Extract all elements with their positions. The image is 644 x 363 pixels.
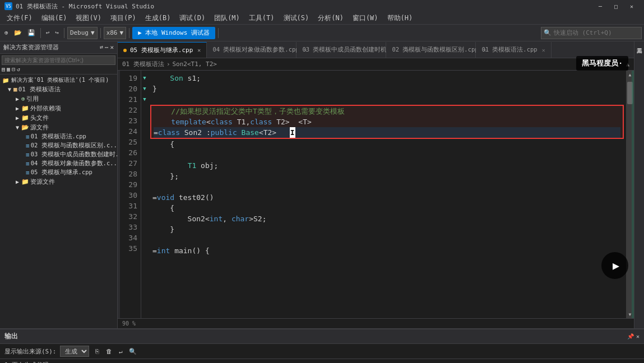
code-line-35: =int main() {	[152, 245, 622, 256]
toolbar-sep5	[218, 28, 219, 38]
tree-external-deps[interactable]: ▶ 📁 外部依赖项	[0, 104, 117, 113]
file-02-label: 02 类模板与函数模板区别.c...	[31, 142, 117, 150]
cpp-icon-04: ≡	[26, 160, 30, 167]
tree-file-03[interactable]: ≡ 03 类模板中成员函数数创建时...	[0, 150, 117, 159]
tree-file-02[interactable]: ≡ 02 类模板与函数模板区别.c...	[0, 141, 117, 150]
code-line-34	[152, 235, 622, 245]
tree-sources[interactable]: ▼ 📂 源文件	[0, 123, 117, 132]
output-copy-icon[interactable]: ⎘	[92, 346, 103, 356]
output-title: 输出	[4, 332, 18, 341]
menu-team[interactable]: 团队(M)	[210, 12, 244, 24]
run-button[interactable]: ▶ 本地 Windows 调试器	[132, 27, 215, 39]
tree-refresh-icon[interactable]: ↺	[17, 66, 20, 72]
linenum-35: 35	[120, 243, 137, 254]
code-line-23: template<class T1,class T2> <T>	[154, 117, 620, 127]
tree-file-01[interactable]: ≡ 01 类模板语法.cpp	[0, 132, 117, 141]
menu-project[interactable]: 项目(P)	[106, 12, 141, 24]
menu-help[interactable]: 帮助(H)	[383, 12, 418, 24]
toolbar-undo[interactable]: ↩	[44, 27, 52, 39]
sidebar-tree: 📁 解决方案'01 类模板语法'(1 个项目) ▼ ■ 01 类模板语法 ▶ ⊕…	[0, 75, 117, 328]
tab-05-close[interactable]: ✕	[197, 47, 201, 53]
file-01-label: 01 类模板语法.cpp	[31, 133, 86, 141]
tree-collapse-icon[interactable]: ▤	[2, 66, 5, 72]
debug-config-dropdown[interactable]: Debug ▼	[67, 27, 98, 39]
menu-edit[interactable]: 编辑(E)	[37, 12, 72, 24]
tab-05[interactable]: 05 类模板与继承.cpp ✕	[118, 42, 207, 58]
quick-search-box[interactable]: 🔍 快速启动 (Ctrl+Q)	[541, 27, 642, 39]
tab-02[interactable]: 02 类模板与函数模板区别.cpp ✕	[386, 42, 476, 58]
tree-expand-icon[interactable]: ▦	[7, 66, 10, 72]
menu-view[interactable]: 视图(V)	[71, 12, 106, 24]
output-line-1: 1>正在生成代码...	[4, 360, 640, 363]
header-label: 头文件	[30, 114, 49, 122]
window-title: 01 类模板语法 - Microsoft Visual Studio	[16, 2, 154, 11]
res-label: 资源文件	[30, 178, 55, 186]
tab-02-close[interactable]: ✕	[483, 47, 487, 53]
res-expand-icon: ▶	[16, 179, 19, 185]
sidebar-sync-icon[interactable]: ⇄	[100, 44, 103, 51]
menu-window[interactable]: 窗口(W)	[348, 12, 383, 24]
toolbar-sep3	[100, 28, 101, 38]
sidebar-search-input[interactable]	[2, 55, 115, 65]
tree-file-04[interactable]: ≡ 04 类模板对象做函数参数.c...	[0, 159, 117, 168]
code-content[interactable]: Son s1; } //如果想灵活指定父类中T类型，子类也需要变类模板	[148, 71, 626, 318]
output-source-select[interactable]: 生成	[60, 346, 89, 357]
code-line-30: =void test02()	[152, 192, 622, 203]
output-wrap-icon[interactable]: ↵	[116, 346, 126, 356]
sidebar-options-icon[interactable]: ⋯	[105, 44, 109, 51]
menu-debug[interactable]: 调试(D)	[175, 12, 210, 24]
tree-file-05[interactable]: ≡ 05 类模板与继承.cpp	[0, 168, 117, 177]
editor-scrollbar[interactable]: ▲ ▼	[626, 71, 634, 318]
cpp-icon-03: ≡	[26, 151, 30, 159]
scroll-indicator	[632, 71, 634, 318]
tab-03-close[interactable]: ✕	[406, 47, 409, 53]
code-line-32: Son2<int, char>S2;	[152, 213, 622, 224]
platform-dropdown[interactable]: x86 ▼	[104, 27, 127, 39]
output-clear-icon[interactable]: 🗑	[104, 346, 114, 356]
video-play-button[interactable]: ▶	[601, 252, 628, 279]
tree-filter-icon[interactable]: ⊟	[12, 66, 15, 72]
menu-analyze[interactable]: 分析(N)	[313, 12, 348, 24]
sidebar-close-icon[interactable]: ✕	[110, 44, 114, 51]
solution-icon: 📁	[2, 77, 9, 83]
tree-project[interactable]: ▼ ■ 01 类模板语法	[0, 85, 117, 94]
ext-expand-icon: ▶	[16, 105, 19, 111]
file-03-label: 03 类模板中成员函数数创建时...	[31, 151, 117, 159]
tree-headers[interactable]: ▶ 📁 头文件	[0, 113, 117, 123]
output-pin-icon[interactable]: 📌	[627, 333, 634, 339]
menu-test[interactable]: 测试(S)	[279, 12, 314, 24]
tab-01-close[interactable]: ✕	[542, 47, 545, 53]
menu-bar: 文件(F) 编辑(E) 视图(V) 项目(P) 生成(B) 调试(D) 团队(M…	[0, 12, 644, 25]
line-numbers: 19 20 21 22 23 24 25 26 27 28 29 30 31 3…	[120, 71, 141, 318]
tab-04[interactable]: 04 类模板对象做函数参数.cpp ✕	[207, 42, 296, 58]
toolbar-save[interactable]: 💾	[25, 27, 38, 39]
toolbar-new[interactable]: ⊕	[2, 27, 11, 39]
tree-resources[interactable]: ▶ 📁 资源文件	[0, 177, 117, 187]
tab-03[interactable]: 03 类模板中成员函数创建时机.cpp ✕	[296, 42, 386, 58]
window-controls: ─ □ ✕	[592, 0, 640, 12]
file-04-label: 04 类模板对象做函数参数.c...	[31, 160, 117, 167]
tree-references[interactable]: ▶ ⊕ 引用	[0, 94, 117, 104]
tab-04-close[interactable]: ✕	[304, 47, 307, 53]
tab-05-label: 05 类模板与继承.cpp	[130, 46, 193, 54]
platform-label: x86	[106, 29, 118, 36]
close-button[interactable]: ✕	[624, 0, 640, 12]
output-find-icon[interactable]: 🔍	[128, 346, 138, 356]
menu-build[interactable]: 生成(B)	[141, 12, 175, 24]
tab-01[interactable]: 01 类模板语法.cpp ✕	[476, 42, 551, 58]
breadcrumb-file: 01 类模板语法	[122, 60, 164, 68]
linenum-27: 27	[120, 158, 137, 169]
ext-icon: 📁	[21, 105, 29, 112]
output-source-bar: 显示输出来源(S): 生成 ⎘ 🗑 ↵ 🔍	[0, 344, 644, 359]
menu-file[interactable]: 文件(F)	[2, 12, 37, 24]
toolbar-redo[interactable]: ↪	[53, 27, 61, 39]
minimize-button[interactable]: ─	[592, 0, 608, 12]
menu-tools[interactable]: 工具(T)	[244, 12, 279, 24]
sidebar-title: 解决方案资源管理器	[3, 43, 59, 52]
tree-solution[interactable]: 📁 解决方案'01 类模板语法'(1 个项目)	[0, 76, 117, 85]
code-line-19: Son s1;	[152, 73, 622, 83]
toolbar-open[interactable]: 📂	[12, 27, 24, 39]
maximize-button[interactable]: □	[608, 0, 624, 12]
toolbar-sep2	[64, 28, 64, 38]
output-close-icon[interactable]: ✕	[636, 333, 640, 339]
